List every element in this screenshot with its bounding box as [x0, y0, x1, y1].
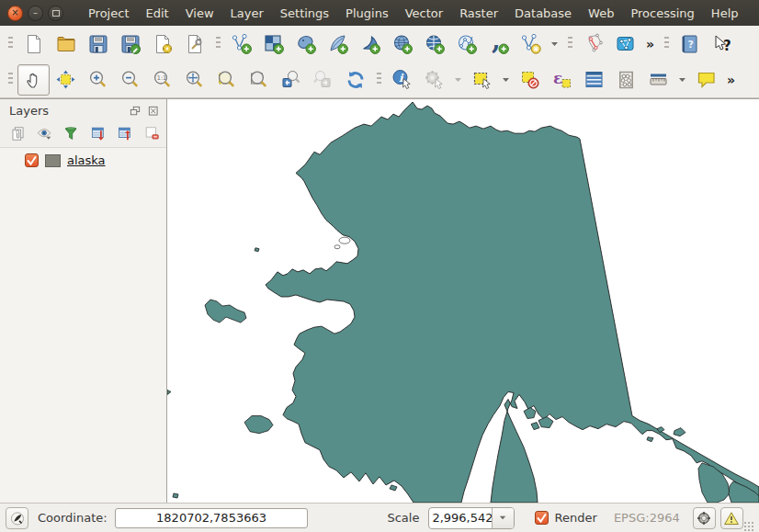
svg-text:?: ?	[723, 38, 731, 54]
zoom-full-button[interactable]	[178, 64, 210, 96]
open-project-button[interactable]	[50, 28, 82, 60]
menu-plugins[interactable]: Plugins	[337, 2, 397, 25]
add-group-button[interactable]	[7, 123, 28, 143]
dropdown-button[interactable]	[498, 64, 514, 96]
dropdown-button[interactable]	[450, 64, 466, 96]
measure-button[interactable]	[642, 64, 674, 96]
toolbar-grip[interactable]	[566, 37, 573, 51]
toolbar-grip[interactable]	[214, 37, 221, 51]
refresh-button[interactable]	[339, 64, 371, 96]
add-mssql-layer-button[interactable]	[354, 28, 386, 60]
pan-map-button[interactable]	[17, 64, 50, 96]
menu-settings[interactable]: Settings	[272, 2, 337, 25]
attribute-table-button[interactable]	[578, 64, 610, 96]
map-canvas[interactable]	[167, 99, 759, 503]
deselect-features-button[interactable]	[514, 64, 546, 96]
zoom-next-button[interactable]	[307, 64, 339, 96]
vertex-tool-button[interactable]	[577, 28, 609, 60]
menu-processing[interactable]: Processing	[622, 2, 702, 25]
run-feature-action-button[interactable]	[418, 64, 450, 96]
menu-edit[interactable]: Edit	[137, 2, 176, 25]
add-wms-layer-button[interactable]	[418, 28, 450, 60]
add-delimited-text-layer-button[interactable]: ,	[482, 28, 515, 60]
layer-visibility-checkbox[interactable]	[25, 153, 39, 167]
scale-combobox[interactable]: 2,996,542	[428, 507, 514, 529]
pan-to-selection-icon	[55, 69, 77, 91]
menu-raster[interactable]: Raster	[451, 2, 506, 25]
crs-status-button[interactable]	[693, 507, 716, 529]
select-by-expression-button[interactable]: ε	[546, 64, 578, 96]
menu-help[interactable]: Help	[703, 2, 747, 25]
pan-to-selection-button[interactable]	[50, 64, 82, 96]
close-window-button[interactable]: ×	[7, 6, 23, 21]
pan-map-icon	[23, 69, 45, 91]
panel-float-button[interactable]	[127, 103, 142, 119]
zoom-last-button[interactable]	[275, 64, 307, 96]
dropdown-icon	[549, 39, 561, 50]
panel-close-button[interactable]	[145, 103, 161, 119]
layer-row-alaska[interactable]: alaska	[0, 148, 166, 172]
collapse-all-button[interactable]	[115, 123, 135, 143]
coordinate-input[interactable]	[115, 508, 309, 528]
identify-features-button[interactable]: i	[386, 64, 418, 96]
current-edits-button[interactable]	[6, 507, 28, 529]
zoom-to-selection-button[interactable]	[210, 64, 243, 96]
zoom-out-button[interactable]	[114, 64, 146, 96]
crs-status-icon	[696, 510, 712, 526]
whats-this-button[interactable]: ?	[706, 28, 738, 60]
new-print-composer-button[interactable]	[146, 28, 178, 60]
statistics-icon	[616, 69, 638, 91]
filter-legend-button[interactable]	[62, 123, 82, 143]
expand-all-button[interactable]	[88, 123, 108, 143]
dropdown-button[interactable]	[674, 64, 690, 96]
menu-view[interactable]: View	[177, 2, 222, 25]
add-delimited-text-layer-icon: ,	[488, 33, 510, 55]
zoom-native-button[interactable]: 1:1	[146, 64, 178, 96]
new-shapefile-layer-button[interactable]	[515, 28, 547, 60]
dropdown-button[interactable]	[547, 28, 562, 60]
save-project-as-button[interactable]	[114, 28, 146, 60]
zoom-to-layer-button[interactable]	[243, 64, 275, 96]
help-contents-button[interactable]: ?	[674, 28, 706, 60]
add-oracle-layer-button[interactable]	[386, 28, 418, 60]
toolbar-overflow-button[interactable]: »	[641, 37, 659, 51]
remove-layer-button[interactable]	[142, 123, 163, 143]
select-features-button[interactable]	[466, 64, 498, 96]
touch-zoom-button[interactable]	[609, 28, 641, 60]
composer-manager-button[interactable]	[178, 28, 210, 60]
menu-layer[interactable]: Layer	[222, 2, 272, 25]
svg-text:,: ,	[492, 33, 501, 55]
save-project-button[interactable]	[82, 28, 114, 60]
menu-project[interactable]: Project	[80, 2, 137, 25]
toolbar-grip[interactable]	[375, 73, 382, 86]
add-wfs-layer-button[interactable]	[450, 28, 482, 60]
deselect-features-icon	[519, 69, 541, 91]
statistics-button[interactable]	[610, 64, 642, 96]
zoom-in-button[interactable]	[82, 64, 114, 96]
menu-vector[interactable]: Vector	[397, 2, 451, 25]
add-raster-layer-button[interactable]	[257, 28, 289, 60]
zoom-next-icon	[312, 69, 334, 91]
toolbar-grip[interactable]	[6, 37, 14, 51]
minimize-window-button[interactable]: –	[28, 6, 43, 21]
map-tips-button[interactable]	[690, 64, 722, 96]
manage-visibility-button[interactable]	[34, 123, 54, 143]
render-checkbox[interactable]	[535, 511, 549, 525]
add-vector-layer-button[interactable]	[225, 28, 257, 60]
toolbar-overflow-button[interactable]: »	[722, 73, 740, 87]
maximize-window-button[interactable]	[48, 6, 63, 21]
toolbar-grip[interactable]	[6, 73, 14, 86]
menu-database[interactable]: Database	[506, 2, 580, 25]
vertex-tool-icon	[583, 33, 605, 55]
scale-dropdown-arrow-icon[interactable]	[492, 508, 513, 528]
add-postgis-layer-button[interactable]	[289, 28, 322, 60]
open-project-icon	[55, 33, 77, 55]
window-resize-grip[interactable]	[743, 521, 753, 532]
add-spatialite-layer-icon	[327, 33, 349, 55]
new-project-button[interactable]	[17, 28, 50, 60]
menu-web[interactable]: Web	[580, 2, 622, 25]
log-messages-button[interactable]	[720, 507, 743, 529]
add-spatialite-layer-button[interactable]	[322, 28, 354, 60]
layer-name[interactable]: alaska	[67, 153, 106, 167]
toolbar-grip[interactable]	[663, 37, 670, 51]
